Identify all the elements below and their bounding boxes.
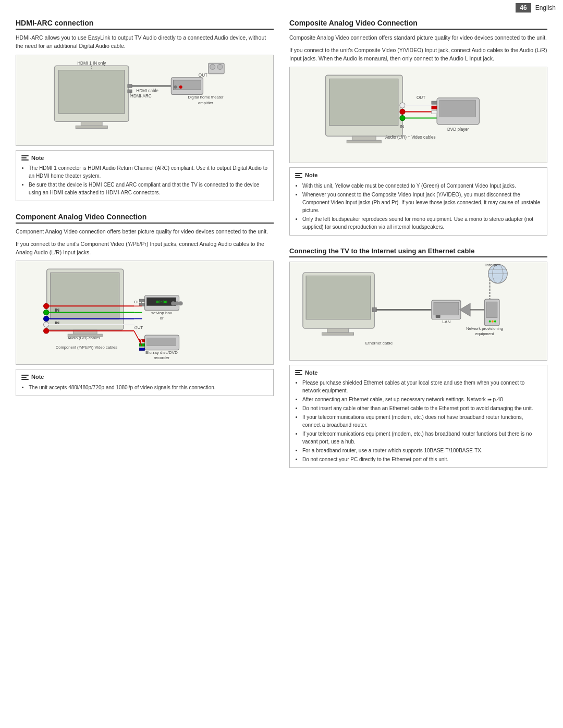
svg-rect-66 (352, 136, 376, 140)
left-column: HDMI-ARC connection HDMI-ARC allows you … (16, 19, 274, 479)
svg-point-43 (175, 301, 179, 305)
svg-point-70 (400, 116, 405, 121)
note-item: Only the left loudspeaker reproduces sou… (302, 215, 542, 231)
svg-rect-85 (327, 328, 349, 332)
component-analog-body1: Component Analog Video connection offers… (16, 228, 274, 236)
svg-text:Network provisioning: Network provisioning (466, 326, 503, 331)
component-note-list: The unit accepts 480i/480p/720p and 1080… (21, 384, 268, 391)
svg-rect-91 (434, 302, 459, 315)
svg-text:Internet: Internet (485, 263, 500, 267)
svg-point-69 (400, 109, 405, 115)
hdmi-arc-title: HDMI-ARC connection (16, 19, 274, 30)
svg-point-26 (44, 303, 49, 309)
component-analog-svg: IN IN OUT 00:00 (16, 261, 273, 364)
svg-point-44 (178, 301, 182, 305)
component-analog-diagram: IN IN OUT 00:00 (16, 261, 274, 365)
svg-point-100 (492, 320, 494, 323)
section-component-analog: Component Analog Video Connection Compon… (16, 213, 274, 396)
svg-point-20 (210, 64, 215, 69)
composite-note-header: Note (295, 171, 542, 180)
svg-rect-76 (439, 100, 475, 117)
section-ethernet: Connecting the TV to the Internet using … (289, 247, 547, 468)
ethernet-note-box: Note Please purchase shielded Ethernet c… (289, 365, 547, 468)
svg-text:recorder: recorder (154, 355, 169, 360)
svg-text:HDMI 1 IN only: HDMI 1 IN only (77, 61, 106, 66)
svg-point-99 (489, 320, 491, 323)
svg-text:set-top box: set-top box (151, 311, 172, 315)
composite-note-box: Note With this unit, Yellow cable must b… (289, 167, 547, 236)
svg-text:equipment: equipment (475, 331, 494, 336)
note-item: Whenever you connect to the Composite Vi… (302, 191, 542, 214)
note-icon (21, 155, 29, 161)
right-column: Composite Analog Video Connection Compos… (289, 19, 547, 479)
svg-rect-67 (347, 141, 381, 143)
ethernet-note-header: Note (295, 368, 542, 377)
svg-point-29 (44, 322, 49, 327)
svg-rect-53 (139, 348, 144, 351)
component-analog-title: Component Analog Video Connection (16, 213, 274, 224)
svg-text:OUT: OUT (199, 72, 207, 77)
note-icon-3 (295, 173, 302, 178)
svg-text:Ethernet cable: Ethernet cable (365, 340, 393, 345)
composite-analog-body1: Composite Analog Video connection offers… (289, 34, 547, 42)
svg-rect-79 (432, 111, 437, 114)
svg-point-42 (171, 301, 175, 305)
note-item: Do not insert any cable other than an Et… (302, 404, 542, 412)
svg-rect-2 (81, 121, 102, 126)
ethernet-diagram: Ethernet cable LAN (289, 262, 547, 361)
page-number: 46 (516, 3, 531, 13)
svg-text:OUT: OUT (417, 95, 425, 100)
ethernet-title: Connecting the TV to the Internet using … (289, 247, 547, 257)
svg-point-30 (44, 328, 49, 334)
hdmi-arc-note-header: Note (21, 154, 268, 163)
svg-rect-77 (432, 101, 437, 104)
composite-note-list: With this unit, Yellow cable must be con… (295, 182, 542, 231)
svg-point-68 (400, 103, 405, 108)
page-header: 46 English (480, 0, 563, 16)
svg-point-12 (179, 85, 182, 89)
svg-rect-84 (306, 276, 371, 319)
svg-rect-5 (128, 90, 132, 93)
composite-analog-body2: If you connect to the unit's Composite V… (289, 46, 547, 63)
hdmi-arc-diagram: HDMI 1 IN only OUT HDMI cable HDMI-A (16, 55, 274, 146)
note-icon-4 (295, 370, 302, 375)
svg-text:HDMI-ARC: HDMI-ARC (130, 94, 152, 98)
svg-rect-86 (322, 332, 354, 335)
section-hdmi-arc: HDMI-ARC connection HDMI-ARC allows you … (16, 19, 274, 201)
svg-marker-94 (460, 303, 470, 316)
svg-point-11 (174, 85, 177, 89)
svg-text:Digital home theater: Digital home theater (188, 95, 224, 100)
svg-text:00:00: 00:00 (156, 300, 167, 304)
note-item: Please purchase shielded Ethernet cables… (302, 379, 542, 394)
svg-rect-65 (329, 79, 398, 126)
svg-text:or: or (160, 316, 164, 320)
svg-text:Audio (L/R) cables: Audio (L/R) cables (67, 336, 100, 341)
composite-analog-svg: OUT DVD player IN (290, 67, 547, 163)
note-item: For a broadband router, use a router whi… (302, 447, 542, 454)
svg-point-21 (217, 64, 223, 69)
note-item: If your telecommunications equipment (mo… (302, 413, 542, 429)
hdmi-arc-svg: HDMI 1 IN only OUT HDMI cable HDMI-A (16, 55, 273, 145)
note-item: Do not connect your PC directly to the E… (302, 455, 542, 463)
page-language: English (535, 4, 556, 11)
svg-text:IN: IN (400, 125, 404, 129)
svg-rect-1 (59, 70, 125, 113)
svg-text:Audio (L/R) + Video cables: Audio (L/R) + Video cables (385, 135, 436, 140)
svg-rect-92 (436, 315, 440, 317)
note-item: After connecting an Ethernet cable, set … (302, 396, 542, 403)
section-composite-analog: Composite Analog Video Connection Compos… (289, 19, 547, 236)
svg-point-101 (494, 320, 496, 323)
component-note-box: Note The unit accepts 480i/480p/720p and… (16, 369, 274, 396)
svg-rect-3 (76, 126, 107, 128)
svg-text:DVD player: DVD player (447, 127, 469, 132)
component-analog-body2: If you connect to the unit's Component V… (16, 240, 274, 257)
composite-analog-diagram: OUT DVD player IN (289, 67, 547, 163)
svg-rect-88 (372, 307, 376, 312)
svg-text:Component (Y/Pb/Pr) Video cabl: Component (Y/Pb/Pr) Video cables (56, 345, 117, 350)
svg-text:Blu-ray disc/DVD: Blu-ray disc/DVD (145, 350, 178, 355)
svg-point-27 (44, 310, 49, 315)
note-item: Be sure that the device is HDMI CEC and … (29, 181, 268, 196)
composite-analog-title: Composite Analog Video Connection (289, 19, 547, 30)
note-item: The HDMI 1 connector is HDMI Audio Retur… (29, 164, 268, 180)
svg-rect-98 (487, 302, 497, 317)
